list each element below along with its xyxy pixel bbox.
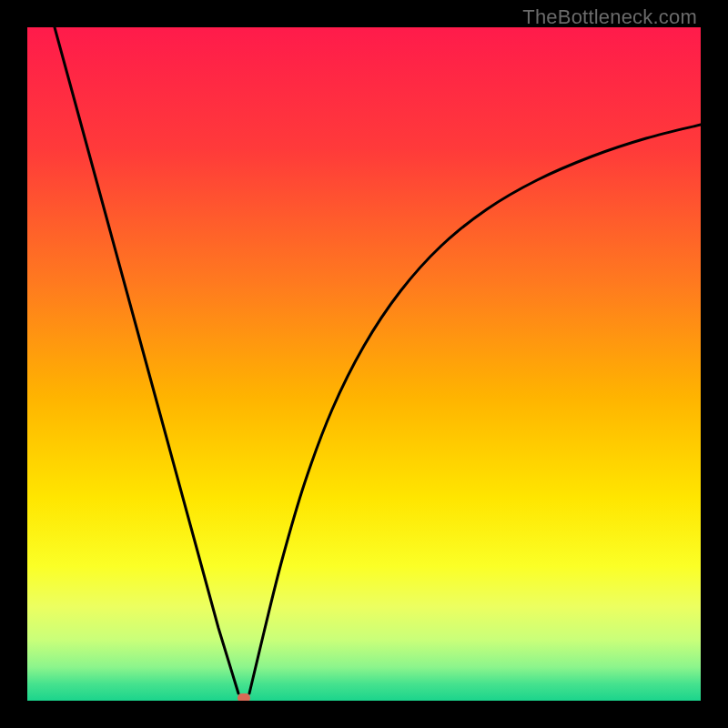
plot-area: [27, 27, 701, 701]
watermark-text: TheBottleneck.com: [522, 5, 697, 29]
chart-frame: TheBottleneck.com: [0, 0, 728, 728]
curve-right-branch: [249, 125, 701, 693]
curve-left-branch: [55, 27, 238, 693]
optimal-point-marker: [238, 693, 250, 701]
bottleneck-curve: [27, 27, 701, 701]
